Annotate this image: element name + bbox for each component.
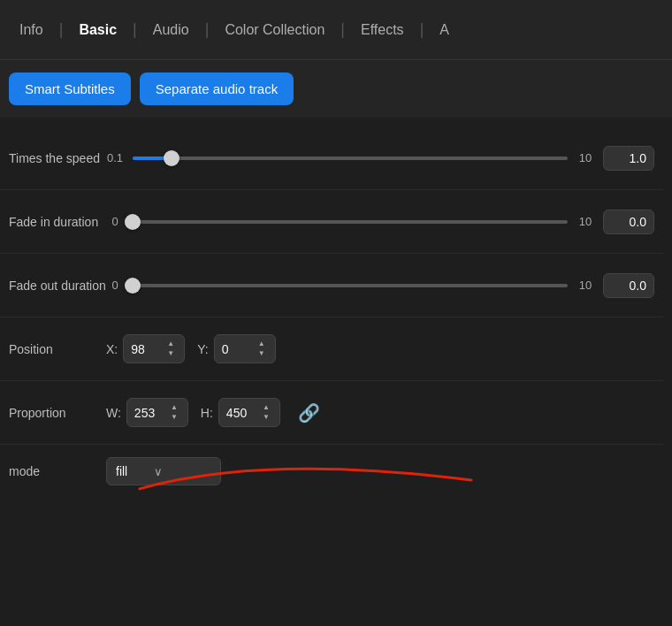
fade-in-slider-area: 0 10 (106, 210, 654, 234)
button-row: Smart Subtitles Separate audio track (0, 60, 672, 118)
proportion-w-down[interactable]: ▼ (168, 413, 180, 422)
proportion-h-value: 450 (226, 406, 256, 420)
mode-wrapper: mode fill ∨ (0, 445, 663, 498)
position-y-up[interactable]: ▲ (256, 340, 268, 348)
position-x-group: X: 98 ▲ ▼ (106, 334, 185, 363)
position-y-down[interactable]: ▼ (256, 349, 268, 358)
position-x-down[interactable]: ▼ (164, 349, 177, 358)
fade-out-max: 10 (577, 279, 594, 292)
mode-dropdown[interactable]: fill ∨ (106, 457, 221, 485)
nav-sep-3: | (203, 20, 211, 39)
position-y-label: Y: (197, 342, 208, 356)
proportion-w-label: W: (106, 406, 121, 420)
top-nav: Info | Basic | Audio | Color Collection … (0, 0, 672, 60)
proportion-w-value: 253 (134, 406, 164, 420)
proportion-label: Proportion (0, 406, 106, 420)
proportion-w-up[interactable]: ▲ (168, 403, 180, 412)
mode-row: mode fill ∨ (0, 445, 663, 498)
fade-in-min: 0 (106, 215, 124, 228)
proportion-w-group: W: 253 ▲ ▼ (106, 398, 188, 427)
times-speed-label: Times the speed (0, 151, 106, 165)
content-area: Times the speed 0.1 10 Fade in duration … (0, 118, 672, 507)
fade-in-value[interactable] (603, 210, 654, 234)
nav-sep-1: | (57, 20, 65, 39)
dropdown-arrow-icon: ∨ (154, 465, 163, 478)
fade-out-track (133, 284, 568, 287)
proportion-h-label: H: (201, 406, 213, 420)
fade-in-slider[interactable] (133, 213, 568, 231)
fade-out-slider-area: 0 10 (106, 273, 654, 298)
proportion-h-arrows: ▲ ▼ (260, 403, 272, 422)
position-y-value: 0 (222, 342, 252, 356)
proportion-row: Proportion W: 253 ▲ ▼ H: 450 ▲ (0, 381, 663, 445)
fade-in-row: Fade in duration 0 10 (0, 190, 663, 254)
nav-sep-5: | (418, 20, 426, 39)
fade-out-row: Fade out duration 0 10 (0, 254, 663, 317)
separate-audio-button[interactable]: Separate audio track (140, 73, 294, 105)
nav-item-info[interactable]: Info (9, 15, 54, 45)
fade-in-max: 10 (577, 215, 594, 228)
position-y-arrows: ▲ ▼ (256, 340, 268, 358)
proportion-h-down[interactable]: ▼ (260, 413, 272, 422)
times-speed-slider-area: 0.1 10 (106, 146, 654, 171)
times-speed-track (133, 156, 568, 160)
nav-sep-4: | (339, 20, 347, 39)
position-label: Position (0, 342, 106, 356)
proportion-w-arrows: ▲ ▼ (168, 403, 180, 422)
position-xy-row: X: 98 ▲ ▼ Y: 0 ▲ ▼ (106, 334, 654, 363)
smart-subtitles-button[interactable]: Smart Subtitles (9, 73, 131, 105)
fade-out-min: 0 (106, 279, 124, 292)
times-speed-row: Times the speed 0.1 10 (0, 126, 663, 190)
position-x-up[interactable]: ▲ (164, 340, 177, 348)
fade-out-thumb[interactable] (125, 278, 141, 294)
position-x-label: X: (106, 342, 118, 356)
times-speed-min: 0.1 (106, 151, 124, 164)
position-row: Position X: 98 ▲ ▼ Y: 0 ▲ ▼ (0, 317, 663, 381)
proportion-w-spinbox[interactable]: 253 ▲ ▼ (126, 398, 188, 427)
position-x-value: 98 (131, 342, 161, 356)
link-proportions-icon[interactable]: 🔗 (293, 402, 325, 424)
fade-out-value[interactable] (603, 273, 654, 298)
times-speed-thumb[interactable] (164, 150, 179, 166)
fade-out-label: Fade out duration (0, 279, 106, 293)
mode-label: mode (0, 464, 106, 478)
proportion-h-up[interactable]: ▲ (260, 403, 272, 412)
times-speed-value[interactable] (603, 146, 654, 171)
proportion-h-spinbox[interactable]: 450 ▲ ▼ (218, 398, 280, 427)
nav-item-effects[interactable]: Effects (350, 15, 415, 45)
position-y-spinbox[interactable]: 0 ▲ ▼ (214, 334, 276, 363)
nav-item-basic[interactable]: Basic (68, 15, 127, 45)
nav-item-audio[interactable]: Audio (142, 15, 200, 45)
position-y-group: Y: 0 ▲ ▼ (197, 334, 275, 363)
fade-out-slider[interactable] (133, 277, 568, 294)
proportion-h-group: H: 450 ▲ ▼ (201, 398, 280, 427)
fade-in-track (133, 220, 568, 224)
position-x-arrows: ▲ ▼ (164, 340, 177, 358)
nav-sep-2: | (131, 20, 139, 39)
fade-in-thumb[interactable] (125, 214, 141, 230)
fade-in-label: Fade in duration (0, 215, 106, 229)
nav-item-color-collection[interactable]: Color Collection (214, 15, 335, 45)
nav-item-a[interactable]: A (429, 15, 460, 45)
times-speed-max: 10 (577, 151, 594, 164)
times-speed-slider[interactable] (133, 149, 568, 167)
proportion-wh-row: W: 253 ▲ ▼ H: 450 ▲ ▼ (106, 398, 654, 427)
mode-value: fill (116, 464, 127, 478)
position-x-spinbox[interactable]: 98 ▲ ▼ (123, 334, 185, 363)
